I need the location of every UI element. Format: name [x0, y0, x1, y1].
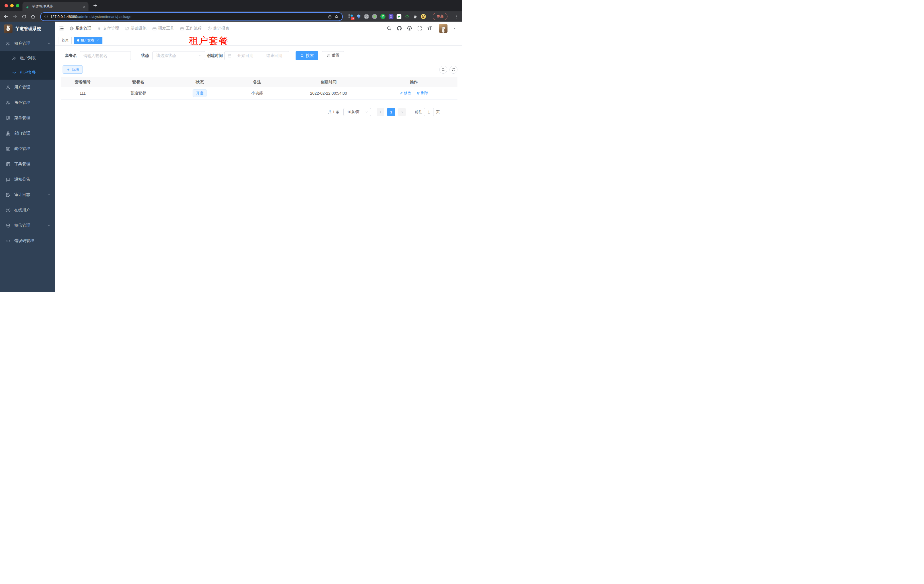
search-button[interactable]: 搜索 — [295, 51, 318, 60]
prev-page-button[interactable] — [377, 108, 384, 116]
delete-link[interactable]: 删除 — [416, 90, 429, 95]
avatar[interactable] — [439, 24, 447, 33]
extension-star-icon[interactable] — [404, 14, 410, 19]
page-unit-label: 页 — [436, 109, 440, 115]
sidebar-item-audit-logs[interactable]: 审计日志 — [0, 187, 55, 202]
topnav-infrastructure[interactable]: 基础设施 — [122, 21, 149, 35]
package-name-input[interactable] — [80, 51, 131, 60]
chevron-down-icon — [47, 193, 51, 196]
sidebar-item-posts[interactable]: 岗位管理 — [0, 141, 55, 156]
tab-close-icon[interactable] — [82, 5, 86, 8]
github-icon[interactable] — [396, 26, 402, 31]
topnav-label: 统计报表 — [213, 26, 229, 31]
cell-package-id: 111 — [61, 87, 104, 100]
create-time-label: 创建时间 — [207, 53, 223, 58]
extension-y-icon[interactable]: Y — [380, 14, 386, 19]
edit-link[interactable]: 修改 — [399, 90, 411, 95]
font-size-icon[interactable] — [427, 26, 432, 31]
topnav-label: 系统管理 — [75, 26, 91, 31]
eye-closed-icon — [12, 70, 16, 75]
status-placeholder: 请选择状态 — [156, 53, 198, 58]
tag-close-icon[interactable] — [96, 39, 99, 42]
table-header-row: 套餐编号 套餐名 状态 备注 创建时间 操作 — [61, 77, 457, 87]
topnav-reports[interactable]: 统计报表 — [205, 21, 232, 35]
next-page-button[interactable] — [398, 108, 406, 116]
browser-tab[interactable]: 芋道管理系统 — [23, 2, 89, 12]
filter-form: 套餐名 状态 请选择状态 创建时间 开始日期 - 结束日期 — [65, 51, 457, 60]
sidebar-item-dictionary[interactable]: 字典管理 — [0, 156, 55, 172]
search-button-label: 搜索 — [306, 53, 314, 58]
bookmark-star-icon[interactable] — [334, 14, 339, 19]
chevron-down-icon — [47, 224, 51, 227]
shield-icon — [6, 223, 10, 228]
book-icon — [6, 162, 10, 167]
address-bar[interactable]: 127.0.0.1:48080/admin-ui/system/tenant/p… — [41, 13, 342, 20]
sidebar-item-users[interactable]: 用户管理 — [0, 80, 55, 95]
extension-gem-icon[interactable] — [357, 15, 361, 19]
search-icon[interactable] — [386, 26, 392, 31]
sidebar-item-notices[interactable]: 通知公告 — [0, 172, 55, 187]
share-icon[interactable] — [328, 15, 332, 19]
browser-menu-icon[interactable] — [454, 14, 459, 19]
sidebar-item-sms[interactable]: 短信管理 — [0, 218, 55, 233]
extension-shield-icon[interactable] — [389, 14, 393, 19]
add-button[interactable]: 新增 — [63, 66, 83, 74]
sidebar-item-label: 租户列表 — [20, 56, 36, 61]
active-dot — [77, 39, 79, 41]
fullscreen-icon[interactable] — [417, 26, 422, 31]
help-icon[interactable] — [407, 26, 412, 31]
extension-recorder-icon[interactable] — [372, 14, 377, 19]
extension-emoji-icon[interactable] — [421, 14, 426, 19]
sidebar-item-tenant-list[interactable]: 租户列表 — [0, 51, 55, 66]
app-title: 芋道管理系统 — [15, 26, 41, 31]
minimize-window-button[interactable] — [10, 4, 14, 7]
zoom-window-button[interactable] — [16, 4, 19, 7]
people-icon — [6, 100, 10, 105]
sidebar-item-tenant-package[interactable]: 租户套餐 — [0, 66, 55, 80]
page-number-button[interactable]: 1 — [387, 108, 395, 116]
topnav-workflow[interactable]: 工作流程 — [177, 21, 205, 35]
home-button[interactable] — [30, 14, 36, 19]
sidebar-submenu-tenant: 租户列表 租户套餐 — [0, 51, 55, 80]
tag-tenant-package[interactable]: 租户套餐 — [74, 37, 102, 44]
topnav-label: 支付管理 — [103, 26, 119, 31]
forward-button[interactable] — [13, 14, 18, 19]
close-window-button[interactable] — [5, 4, 8, 7]
sidebar-item-menus[interactable]: 菜单管理 — [0, 110, 55, 126]
sidebar-item-departments[interactable]: 部门管理 — [0, 126, 55, 141]
tag-home[interactable]: 首页 — [59, 37, 72, 44]
sidebar-item-roles[interactable]: 角色管理 — [0, 95, 55, 110]
sidebar: 芋道管理系统 租户管理 租户列表 租户套餐 用户管理 角色管理 菜单管理 — [0, 21, 55, 292]
column-header-status: 状态 — [172, 77, 227, 87]
extension-tabs-icon[interactable]: 10 — [348, 14, 354, 19]
page-size-select[interactable]: 10条/页 — [343, 108, 371, 116]
table-refresh-button[interactable] — [449, 66, 457, 74]
start-date-placeholder: 开始日期 — [233, 53, 257, 58]
new-tab-button[interactable] — [92, 3, 98, 8]
table-search-button[interactable] — [439, 66, 447, 74]
app-favicon — [25, 5, 30, 9]
sidebar-item-tenant-group[interactable]: 租户管理 — [0, 36, 55, 51]
reload-button[interactable] — [21, 14, 26, 19]
topnav-payment[interactable]: 支付管理 — [94, 21, 122, 35]
extensions-puzzle-icon[interactable] — [413, 14, 417, 19]
hamburger-icon[interactable] — [59, 26, 64, 31]
extensions-bar: 10 Y — [348, 14, 426, 19]
topnav-dev-tools[interactable]: 研发工具 — [149, 21, 177, 35]
goto-page-input[interactable] — [424, 108, 434, 116]
browser-update-button[interactable]: 更新 — [433, 13, 447, 20]
extension-chat-icon[interactable] — [396, 14, 401, 19]
status-select[interactable]: 请选择状态 — [152, 51, 205, 60]
reset-button[interactable]: 重置 — [322, 51, 344, 60]
browser-tab-strip: 芋道管理系统 — [0, 0, 462, 12]
extension-command-icon[interactable] — [364, 14, 369, 19]
topnav-system[interactable]: 系统管理 — [66, 21, 94, 35]
chevron-down-icon[interactable] — [453, 27, 456, 30]
date-range-picker[interactable]: 开始日期 - 结束日期 — [224, 51, 289, 60]
sidebar-item-online-users[interactable]: 在线用户 — [0, 202, 55, 218]
people-icon — [6, 41, 10, 46]
sidebar-item-error-codes[interactable]: 错误码管理 — [0, 233, 55, 248]
plus-icon — [66, 68, 70, 71]
back-button[interactable] — [3, 14, 8, 19]
site-info-icon[interactable] — [44, 15, 48, 18]
